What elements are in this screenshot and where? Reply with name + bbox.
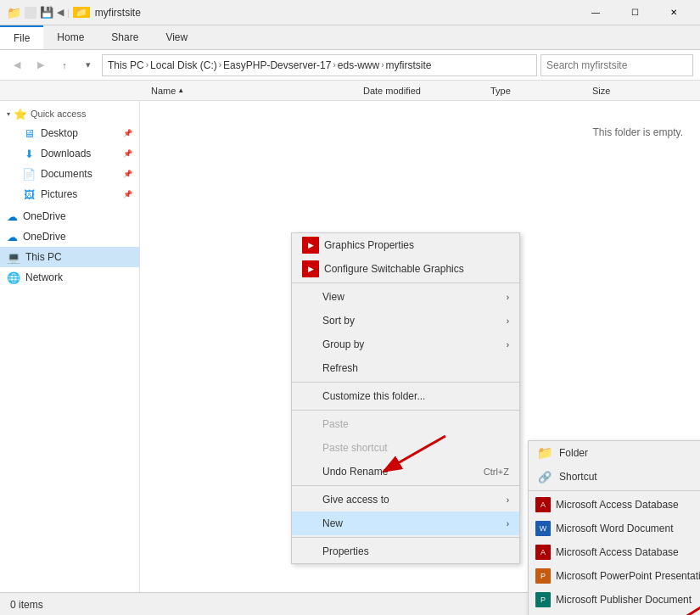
sidebar-item-onedrive1[interactable]: ☁ OneDrive [0, 206, 139, 226]
title-separator: | [67, 8, 70, 18]
submenu-word-doc-label: Microsoft Word Document [556, 523, 674, 534]
ctx-configure-graphics[interactable]: ▶ Configure Switchable Graphics [292, 257, 519, 281]
col-header-date[interactable]: Date modified [356, 86, 484, 96]
desktop-icon: 🖥 [22, 126, 36, 140]
title-save-icon: 💾 [40, 6, 53, 19]
ctx-sep-3 [292, 410, 519, 411]
forward-button[interactable]: ▶ [31, 55, 51, 75]
sep2: › [219, 60, 221, 70]
breadcrumb-pc[interactable]: This PC [108, 59, 144, 71]
ctx-sort-icon [302, 312, 319, 329]
ctx-group-label: Group by [322, 338, 364, 350]
title-back-icon: ◀ [57, 7, 64, 18]
sidebar-item-pictures[interactable]: 🖼 Pictures 📌 [0, 184, 139, 204]
submenu-folder[interactable]: 📁 Folder [529, 441, 700, 465]
ribbon-tabs: File Home Share View [0, 25, 700, 49]
sidebar-item-downloads[interactable]: ⬇ Downloads 📌 [0, 143, 139, 164]
pictures-icon: 🖼 [22, 187, 36, 201]
pin-icon-documents: 📌 [123, 170, 132, 178]
ctx-customize-folder[interactable]: Customize this folder... [292, 384, 519, 408]
tab-file[interactable]: File [0, 25, 43, 49]
col-header-name[interactable]: Name ▲ [144, 86, 356, 96]
ctx-undo-rename[interactable]: Undo Rename Ctrl+Z [292, 460, 519, 484]
ctx-refresh[interactable]: Refresh [292, 356, 519, 380]
maximize-button[interactable]: ☐ [615, 0, 654, 25]
amd-configure-icon: ▶ [302, 260, 319, 277]
ctx-give-access-arrow: › [507, 495, 509, 505]
ctx-group-by[interactable]: Group by › [292, 333, 519, 356]
close-button[interactable]: ✕ [654, 0, 693, 25]
ctx-paste-shortcut[interactable]: Paste shortcut [292, 436, 519, 460]
up-button[interactable]: ↑ [54, 55, 75, 75]
sep1: › [146, 60, 148, 70]
tab-view[interactable]: View [152, 25, 201, 49]
sidebar-quick-access-header[interactable]: ▾ ⭐ Quick access [0, 104, 139, 123]
sidebar-item-desktop[interactable]: 🖥 Desktop 📌 [0, 123, 139, 143]
file-area[interactable]: This folder is empty. ▶ Graphics Propert… [140, 101, 700, 592]
tab-home[interactable]: Home [43, 25, 98, 49]
sidebar-item-thispc[interactable]: 💻 This PC [0, 247, 139, 267]
new-submenu: 📁 Folder 🔗 Shortcut A Microsoft Access D… [528, 440, 700, 615]
window-title: myfirstsite [95, 7, 141, 19]
submenu-shortcut[interactable]: 🔗 Shortcut [529, 465, 700, 489]
ctx-sep-2 [292, 382, 519, 383]
title-controls: — ☐ ✕ [576, 0, 693, 25]
breadcrumb-easyphp[interactable]: EasyPHP-Devserver-17 [223, 59, 331, 71]
sort-arrow: ▲ [177, 87, 184, 94]
ribbon: File Home Share View [0, 25, 700, 50]
submenu-access-db-1[interactable]: A Microsoft Access Database [529, 493, 700, 517]
sep3: › [333, 60, 335, 70]
ctx-give-access-label: Give access to [322, 494, 389, 506]
quick-access-label: Quick access [31, 109, 86, 119]
minimize-button[interactable]: — [576, 0, 615, 25]
submenu-folder-label: Folder [559, 447, 588, 459]
ctx-graphics-properties[interactable]: ▶ Graphics Properties [292, 233, 519, 257]
sidebar: ▾ ⭐ Quick access 🖥 Desktop 📌 ⬇ Downloads… [0, 101, 140, 592]
onedrive1-label: OneDrive [23, 210, 66, 222]
tab-share[interactable]: Share [98, 25, 152, 49]
empty-folder-message: This folder is empty. [593, 126, 683, 138]
submenu-access-db-1-label: Microsoft Access Database [556, 499, 679, 511]
ctx-new-icon [302, 515, 319, 532]
quick-access-star-icon: ⭐ [14, 108, 27, 120]
breadcrumb[interactable]: This PC › Local Disk (C:) › EasyPHP-Devs… [102, 54, 537, 76]
submenu-ppt[interactable]: P Microsoft PowerPoint Presentation [529, 564, 700, 588]
sidebar-item-onedrive2[interactable]: ☁ OneDrive [0, 226, 139, 247]
submenu-winrar[interactable]: R WinRAR archive [529, 612, 700, 615]
desktop-label: Desktop [41, 127, 78, 139]
folder-icon: 📁 [535, 444, 554, 462]
ctx-give-access-icon [302, 491, 319, 508]
ctx-undo-rename-label: Undo Rename [322, 466, 388, 478]
ctx-customize-icon [302, 388, 319, 405]
ctx-sep-5 [292, 537, 519, 538]
submenu-access-db-2[interactable]: A Microsoft Access Database [529, 540, 700, 564]
pin-icon-pictures: 📌 [123, 190, 132, 198]
ctx-view[interactable]: View › [292, 285, 519, 309]
thispc-label: This PC [25, 251, 62, 263]
col-header-type[interactable]: Type [484, 86, 585, 96]
ctx-new[interactable]: New › [292, 512, 519, 535]
col-header-size[interactable]: Size [585, 86, 653, 96]
ctx-sort-by[interactable]: Sort by › [292, 309, 519, 333]
breadcrumb-disk[interactable]: Local Disk (C:) [150, 59, 217, 71]
ctx-refresh-icon [302, 360, 319, 377]
ctx-paste[interactable]: Paste [292, 412, 519, 436]
ctx-new-arrow: › [507, 519, 509, 528]
sidebar-item-network[interactable]: 🌐 Network [0, 267, 139, 288]
ctx-properties[interactable]: Properties [292, 540, 519, 563]
ctx-paste-shortcut-label: Paste shortcut [322, 442, 388, 454]
sidebar-section-quickaccess: ▾ ⭐ Quick access 🖥 Desktop 📌 ⬇ Downloads… [0, 104, 139, 204]
recent-button[interactable]: ▾ [78, 55, 98, 75]
breadcrumb-eds[interactable]: eds-www [338, 59, 379, 71]
sidebar-item-documents[interactable]: 📄 Documents 📌 [0, 164, 139, 184]
search-input[interactable] [540, 54, 693, 76]
title-bar: 📁 💾 ◀ | 📁 myfirstsite — ☐ ✕ [0, 0, 700, 25]
pin-icon-downloads: 📌 [123, 149, 132, 158]
breadcrumb-site[interactable]: myfirstsite [385, 59, 431, 71]
status-text: 0 items [10, 599, 43, 611]
submenu-publisher[interactable]: P Microsoft Publisher Document [529, 588, 700, 612]
submenu-word-doc[interactable]: W Microsoft Word Document [529, 517, 700, 540]
expand-arrow: ▾ [7, 110, 10, 118]
ctx-give-access[interactable]: Give access to › [292, 488, 519, 512]
back-button[interactable]: ◀ [7, 55, 27, 75]
